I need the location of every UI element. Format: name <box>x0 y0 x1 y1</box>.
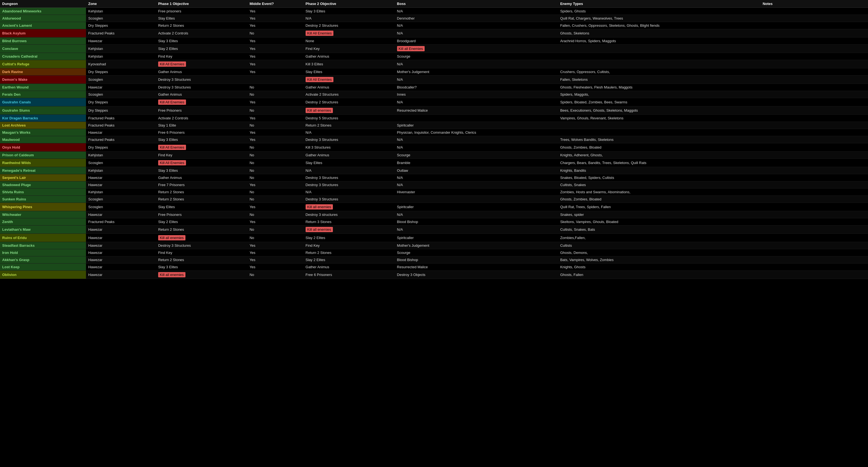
middle-event: Yes <box>247 68 303 76</box>
boss: N/A <box>395 211 558 218</box>
middle-event: No <box>247 196 303 203</box>
middle-event: Yes <box>247 53 303 60</box>
boss: Innes <box>395 91 558 98</box>
boss: Kill all Enemies <box>395 45 558 53</box>
table-row: Kor Dragan BarracksFractured PeaksActiva… <box>0 115 868 122</box>
dungeon-name: Blind Burrows <box>0 37 86 45</box>
boss <box>395 196 558 203</box>
notes <box>761 234 868 242</box>
table-row: Lost ArchivesFractured PeaksSlay 1 Elite… <box>0 122 868 129</box>
zone: Hawezar <box>86 181 156 188</box>
boss: Blood Bishop <box>395 218 558 226</box>
boss: Mother's Judgement <box>395 242 558 249</box>
notes <box>761 8 868 15</box>
table-row: Renegade's RetreatKehjistanSlay 3 Elites… <box>0 167 868 174</box>
dungeon-name: Black Asylum <box>0 29 86 37</box>
enemy-types: Ghosts, Flesheaters, Flesh Maulers, Magg… <box>558 84 761 91</box>
zone: Scosglen <box>86 15 156 22</box>
middle-event: Yes <box>247 203 303 211</box>
zone: Scosglen <box>86 159 156 167</box>
phase2-objective: Kill all enemies <box>303 226 395 234</box>
boss: N/A <box>395 181 558 188</box>
notes <box>761 45 868 53</box>
phase1-objective: Gather Animus <box>156 68 247 76</box>
middle-event: No <box>247 211 303 218</box>
notes <box>761 107 868 115</box>
enemy-types: Zombies,Fallen, <box>558 234 761 242</box>
header-notes: Notes <box>761 0 868 8</box>
dungeon-name: Zenith <box>0 218 86 226</box>
dungeon-name: Raethwind Wilds <box>0 159 86 167</box>
notes <box>761 181 868 188</box>
middle-event: No <box>247 152 303 159</box>
notes <box>761 211 868 218</box>
enemy-types: Cultists, Snakes, Bats <box>558 226 761 234</box>
notes <box>761 37 868 45</box>
middle-event: No <box>247 143 303 152</box>
phase1-objective: Activate 2 Controls <box>156 29 247 37</box>
boss: N/A <box>395 174 558 181</box>
notes <box>761 129 868 136</box>
middle-event: No <box>247 107 303 115</box>
table-row: Blind BurrowsHawezarSlay 3 ElitesYesNone… <box>0 37 868 45</box>
dungeon-name: Onyx Hold <box>0 143 86 152</box>
notes <box>761 152 868 159</box>
dungeon-name: Steadfast Barracks <box>0 242 86 249</box>
middle-event: No <box>247 174 303 181</box>
dungeon-name: Akkhan's Grasp <box>0 256 86 264</box>
table-row: Whispering PinesScosglenSlay ElitesYesKi… <box>0 203 868 211</box>
dungeon-name: Renegade's Retreat <box>0 167 86 174</box>
table-row: Iron HoldHawezarFind KeyYesReturn 2 Ston… <box>0 249 868 256</box>
dungeon-name: Oblivion <box>0 271 86 279</box>
dungeon-name: Kor Dragan Barracks <box>0 115 86 122</box>
enemy-types: Ghosts, Skeletons <box>558 29 761 37</box>
notes <box>761 115 868 122</box>
dungeon-name: Whispering Pines <box>0 203 86 211</box>
middle-event: Yes <box>247 8 303 15</box>
phase2-objective: Destroy 3 Structures <box>303 181 395 188</box>
phase2-objective: Gather Animus <box>303 84 395 91</box>
zone: Hawezar <box>86 264 156 271</box>
dungeon-name: Guulrahn Slums <box>0 107 86 115</box>
zone: Hawezar <box>86 226 156 234</box>
phase2-objective: N/A <box>303 188 395 196</box>
zone: Dry Steppes <box>86 107 156 115</box>
table-row: Steadfast BarracksHawezarDestroy 3 Struc… <box>0 242 868 249</box>
table-row: Ferals DenScosglenGather AnimusNoActivat… <box>0 91 868 98</box>
dungeon-name: Shadowed Pluge <box>0 181 86 188</box>
middle-event: Yes <box>247 242 303 249</box>
middle-event: Yes <box>247 264 303 271</box>
boss: Spiritcaller <box>395 234 558 242</box>
phase2-objective: Destroy 3 Structures <box>303 136 395 143</box>
phase2-objective: N/A <box>303 129 395 136</box>
boss: Scourge <box>395 249 558 256</box>
phase2-objective: N/A <box>303 15 395 22</box>
middle-event: Yes <box>247 15 303 22</box>
boss: N/A <box>395 226 558 234</box>
middle-event: No <box>247 167 303 174</box>
dungeon-name: Conclave <box>0 45 86 53</box>
phase1-objective: Activate 2 Controls <box>156 115 247 122</box>
dungeon-name: Maulwood <box>0 136 86 143</box>
phase2-objective: Return 2 Stones <box>303 249 395 256</box>
table-row: WitchwaterHawezarFree PrisonersNoDestroy… <box>0 211 868 218</box>
phase2-objective: Find Key <box>303 242 395 249</box>
phase1-objective: Kill all enemies <box>156 271 247 279</box>
dungeon-name: Cultist's Refuge <box>0 60 86 68</box>
phase2-objective: Slay 2 Elites <box>303 234 395 242</box>
phase2-objective: Kill All Enemies <box>303 76 395 84</box>
enemy-types: Snakes, spider <box>558 211 761 218</box>
zone: Scosglen <box>86 76 156 84</box>
dungeon-name: Serpent's Lair <box>0 174 86 181</box>
dungeon-name: Earthen Wound <box>0 84 86 91</box>
notes <box>761 143 868 152</box>
zone: Kehjistan <box>86 152 156 159</box>
table-row: Earthen WoundHawezarDestroy 3 Structures… <box>0 84 868 91</box>
dungeon-name: Ruins of Eridu <box>0 234 86 242</box>
zone: Hawezar <box>86 174 156 181</box>
zone: Hawezar <box>86 211 156 218</box>
phase1-objective: Slay 2 Elites <box>156 45 247 53</box>
phase1-objective: Slay 2 Elites <box>156 218 247 226</box>
table-row: Cultist's RefugeKyovashadKill All Enemie… <box>0 60 868 68</box>
phase2-objective: Activate 2 Structures <box>303 91 395 98</box>
